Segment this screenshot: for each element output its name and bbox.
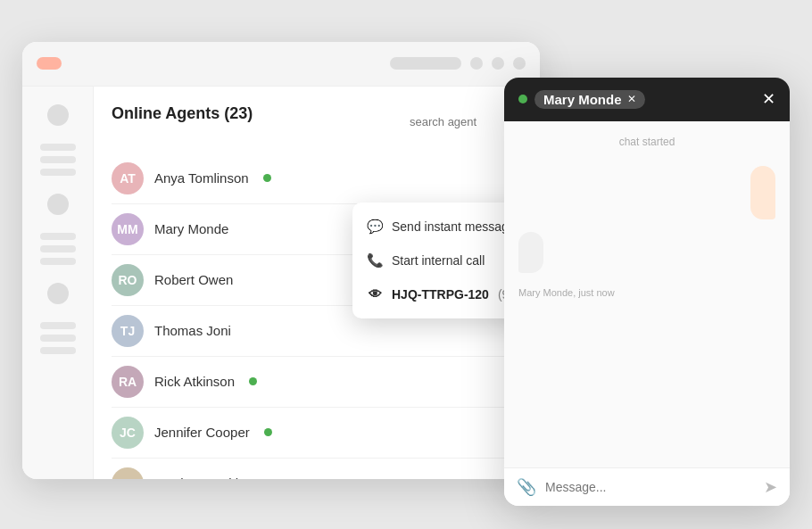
agent-list-item-rick[interactable]: RA Rick Atkinson [112, 357, 522, 408]
titlebar-dot-3 [513, 57, 526, 70]
eye-icon: 👁 [367, 286, 383, 302]
sidebar-line [40, 233, 76, 240]
search-input[interactable] [410, 115, 499, 128]
agent-name-jennifer: Jennifer Cooper [154, 425, 250, 440]
context-menu-call-label: Start internal call [392, 253, 485, 268]
chat-message-input[interactable] [545, 480, 755, 494]
sidebar-lines-group-1 [40, 144, 76, 176]
chat-header: Mary Monde ✕ ✕ [504, 78, 790, 121]
agent-name-robert: Robert Owen [154, 272, 233, 287]
agent-list-item-anya[interactable]: AT Anya Tomlinson [112, 153, 522, 204]
phone-icon: 📞 [367, 252, 383, 269]
context-menu-send-label: Send instant message [392, 219, 516, 234]
agent-avatar-mary: MM [112, 213, 144, 245]
agent-name-mary: Mary Monde [154, 221, 228, 236]
agent-list-item-jennifer[interactable]: JC Jennifer Cooper [112, 408, 522, 459]
sidebar-lines-group-2 [40, 233, 76, 265]
agent-avatar-rick: RA [112, 366, 144, 398]
sidebar [22, 87, 94, 479]
agent-avatar-matthew: MS [112, 467, 144, 479]
chat-badge-close-icon[interactable]: ✕ [627, 93, 636, 105]
sidebar-line [40, 144, 76, 151]
sidebar-line [40, 322, 76, 329]
agent-list-title: Online Agents (23) [112, 104, 253, 123]
sidebar-line [40, 169, 76, 176]
chat-footer: 📎 ➤ [504, 467, 790, 506]
sidebar-nav-item-1[interactable] [47, 104, 69, 126]
agent-name-matthew: Matthew Smith [154, 475, 243, 479]
agent-avatar-jennifer: JC [112, 417, 144, 449]
agent-list-item-matthew[interactable]: MS Matthew Smith [112, 459, 522, 479]
titlebar-dot-1 [470, 57, 483, 70]
chat-online-indicator [518, 95, 527, 103]
sidebar-nav-item-2[interactable] [47, 194, 69, 215]
online-indicator-jennifer [264, 428, 272, 436]
chat-contact-name: Mary Monde [543, 92, 622, 107]
agent-avatar-thomas: TJ [112, 315, 144, 347]
sidebar-line [40, 156, 76, 163]
titlebar-button[interactable] [37, 57, 62, 70]
ticket-id: HJQ-TTRPG-120 [392, 287, 489, 302]
chat-name-badge: Mary Monde ✕ [534, 90, 645, 109]
chat-close-button[interactable]: ✕ [762, 91, 775, 107]
chat-timestamp: Mary Monde, just now [518, 287, 775, 298]
message-icon: 💬 [367, 219, 383, 235]
agent-avatar-anya: AT [112, 162, 144, 194]
online-indicator-anya [263, 174, 271, 182]
attach-icon[interactable]: 📎 [517, 477, 536, 497]
chat-bubble-sent [750, 166, 775, 219]
chat-bubble-received [518, 232, 543, 273]
sidebar-lines-group-3 [40, 322, 76, 354]
titlebar-dot-2 [492, 57, 504, 70]
agent-name-rick: Rick Atkinson [154, 374, 235, 389]
sidebar-line [40, 347, 76, 354]
sidebar-nav-item-3[interactable] [47, 283, 69, 304]
online-indicator-rick [249, 377, 257, 385]
chat-header-left: Mary Monde ✕ [518, 90, 645, 109]
agent-name-thomas: Thomas Joni [154, 323, 231, 338]
send-icon[interactable]: ➤ [764, 477, 777, 497]
sidebar-line [40, 335, 76, 342]
chat-started-label: chat started [518, 136, 775, 148]
sidebar-line [40, 245, 76, 252]
titlebar-oval [390, 57, 461, 70]
agent-name-anya: Anya Tomlinson [154, 170, 249, 186]
agent-avatar-robert: RO [112, 264, 144, 296]
sidebar-line [40, 258, 76, 265]
titlebar [22, 42, 540, 87]
chat-window: Mary Monde ✕ ✕ chat started Mary Monde, … [504, 78, 790, 506]
chat-body: chat started Mary Monde, just now [504, 121, 790, 467]
